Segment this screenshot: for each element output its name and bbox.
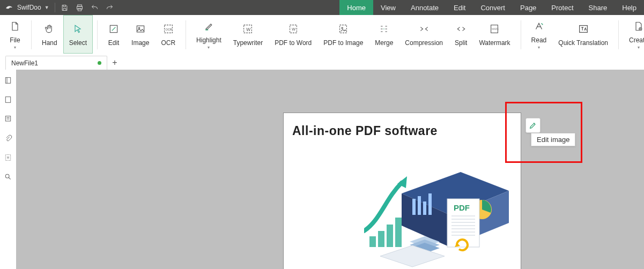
document-tab[interactable]: NewFile1 [5,56,107,70]
image-icon [135,23,146,35]
menu-home[interactable]: Home [339,0,373,15]
svg-rect-27 [412,199,416,215]
edit-image-popup-button[interactable] [525,118,541,133]
ribbon-hand-button[interactable]: Hand [36,15,63,54]
compress-icon [418,23,430,35]
page-illustration: PDF [364,156,514,268]
add-tab-button[interactable]: + [107,56,122,70]
svg-rect-35 [387,225,393,247]
main-menu: Home View Annotate Edit Convert Page Pro… [339,0,644,15]
ribbon-pdf-to-image-button[interactable]: PDF to Image [317,15,369,54]
app-menu-caret-icon[interactable]: ▼ [45,5,49,10]
titlebar-divider [55,3,55,12]
file-icon [9,20,21,32]
search-icon[interactable] [3,171,13,182]
pdf-to-image-icon [337,23,349,35]
menu-share[interactable]: Share [581,0,615,15]
page-headline: All-in-one PDF software [292,124,438,138]
ribbon-edit-button[interactable]: Edit [102,15,125,54]
ocr-icon: OCR [162,23,174,35]
svg-rect-33 [369,236,376,247]
save-icon[interactable] [57,0,72,15]
print-icon[interactable] [72,0,87,15]
cursor-icon [72,23,84,35]
svg-rect-12 [340,25,347,33]
menu-edit[interactable]: Edit [446,0,473,15]
merge-icon [378,23,390,35]
work-area: W All-in-one PDF software [0,70,644,269]
svg-text:W: W [292,27,295,32]
word-export-icon[interactable]: W [3,152,13,163]
pencil-icon [529,121,537,130]
ribbon: File ▾ Hand Select Edit Image OCR OCR Hi… [0,15,644,55]
menu-protect[interactable]: Protect [544,0,581,15]
translate-icon [578,23,589,35]
document-tabstrip: NewFile1 + [0,55,644,70]
annotations-icon[interactable] [3,114,13,124]
svg-text:W: W [247,27,251,32]
ribbon-split-button[interactable]: Split [449,15,473,54]
typewriter-icon: W [242,23,254,35]
svg-rect-28 [418,196,421,215]
undo-icon[interactable] [87,0,102,15]
left-sidebar: W [0,70,16,269]
document-tab-label: NewFile1 [11,59,38,67]
read-icon [533,20,545,32]
ribbon-create-button[interactable]: Create ▾ [623,15,644,54]
svg-rect-36 [395,218,402,247]
menu-annotate[interactable]: Annotate [403,0,446,15]
app-logo-icon [4,3,14,12]
pdf-badge-text: PDF [454,203,470,212]
svg-text:W: W [6,156,9,159]
ribbon-image-button[interactable]: Image [125,15,155,54]
svg-rect-2 [78,8,81,10]
ribbon-quick-translation-button[interactable]: Quick Translation [552,15,614,54]
annotation-highlight-box [505,102,582,163]
redo-icon[interactable] [102,0,117,15]
svg-text:OCR: OCR [165,28,172,31]
document-canvas[interactable]: All-in-one PDF software [16,70,644,269]
app-name: SwifDoo [17,4,41,11]
svg-text:MARK: MARK [492,28,499,31]
svg-rect-30 [428,193,432,215]
chevron-down-icon: ▾ [14,45,16,50]
bookmarks-icon[interactable] [3,94,13,105]
edit-image-tooltip: Edit image [531,133,575,146]
ribbon-compression-button[interactable]: Compression [399,15,449,54]
svg-rect-20 [5,116,10,121]
pdf-page[interactable]: All-in-one PDF software [283,113,521,269]
svg-point-13 [342,27,343,28]
hand-icon [43,23,55,35]
svg-rect-16 [579,26,587,33]
edit-icon [108,23,120,35]
svg-rect-34 [378,231,384,247]
ribbon-merge-button[interactable]: Merge [369,15,399,54]
ribbon-select-button[interactable]: Select [63,15,93,54]
menu-view[interactable]: View [373,0,403,15]
chevron-down-icon: ▾ [538,45,540,50]
attachments-icon[interactable] [3,133,13,144]
svg-rect-19 [5,97,10,103]
svg-point-23 [5,174,9,178]
thumbnails-icon[interactable] [3,75,13,86]
create-icon [633,20,644,32]
ribbon-pdf-to-word-button[interactable]: W PDF to Word [269,15,317,54]
menu-page[interactable]: Page [513,0,544,15]
ribbon-watermark-button[interactable]: MARK Watermark [473,15,516,54]
chevron-down-icon: ▾ [208,45,210,50]
ribbon-file-button[interactable]: File ▾ [3,15,27,54]
svg-rect-29 [423,201,426,215]
ribbon-typewriter-button[interactable]: W Typewriter [227,15,269,54]
svg-rect-4 [137,26,144,32]
svg-rect-18 [5,78,10,84]
ribbon-read-button[interactable]: Read ▾ [525,15,553,54]
unsaved-indicator-icon [98,61,101,65]
ribbon-ocr-button[interactable]: OCR OCR [155,15,181,54]
menu-convert[interactable]: Convert [473,0,513,15]
ribbon-highlight-button[interactable]: Highlight ▾ [190,15,227,54]
highlight-icon [203,20,214,32]
menu-help[interactable]: Help [615,0,644,15]
pdf-to-word-icon: W [287,23,299,35]
titlebar: SwifDoo ▼ Home View Annotate Edit Conver… [0,0,644,15]
watermark-icon: MARK [488,23,500,35]
